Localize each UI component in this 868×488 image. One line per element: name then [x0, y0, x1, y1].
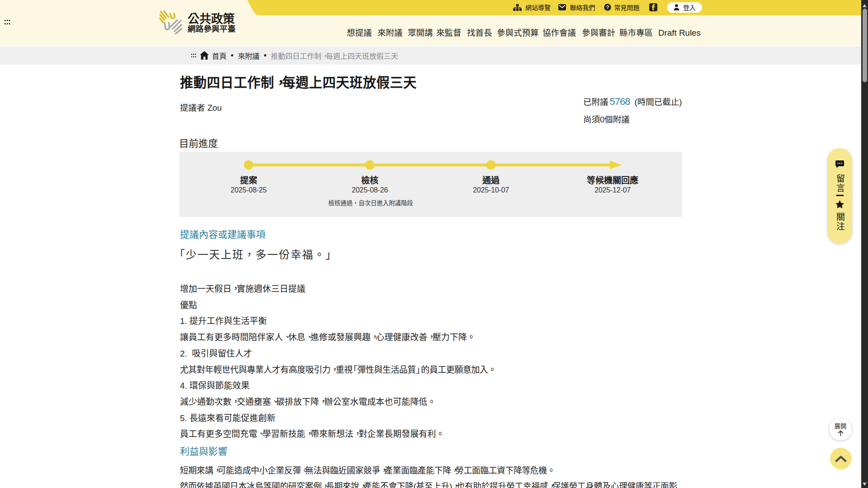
svg-text:?: ?: [606, 5, 609, 10]
